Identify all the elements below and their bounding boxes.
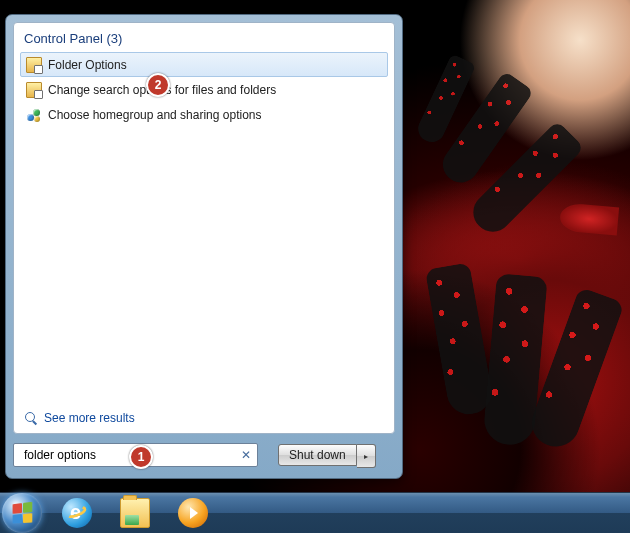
see-more-label: See more results [44,411,135,425]
annotation-badge-1: 1 [129,445,153,469]
result-homegroup-options[interactable]: Choose homegroup and sharing options [20,102,388,127]
clear-search-icon[interactable]: ✕ [239,448,253,462]
annotation-badge-2: 2 [146,73,170,97]
start-menu: Control Panel (3) Folder Options Change … [5,14,403,479]
results-group-header: Control Panel (3) [14,23,394,48]
folder-options-icon [26,57,42,73]
see-more-results-link[interactable]: See more results [14,405,394,433]
result-item-label: Choose homegroup and sharing options [48,108,261,122]
search-icon [24,411,38,425]
taskbar [0,492,630,533]
result-item-label: Folder Options [48,58,127,72]
shutdown-button[interactable]: Shut down [278,444,357,466]
taskbar-item-media-player[interactable] [165,494,221,532]
start-button[interactable] [2,493,42,533]
start-menu-results-pane: Control Panel (3) Folder Options Change … [13,22,395,434]
result-change-search-options[interactable]: Change search options for files and fold… [20,77,388,102]
folder-options-icon [26,82,42,98]
internet-explorer-icon [62,498,92,528]
taskbar-item-explorer[interactable] [107,494,163,532]
file-explorer-icon [120,498,150,528]
windows-logo-icon [13,502,33,524]
homegroup-icon [26,107,42,123]
taskbar-item-ie[interactable] [49,494,105,532]
media-player-icon [178,498,208,528]
shutdown-options-arrow[interactable]: ▸ [357,444,376,468]
result-folder-options[interactable]: Folder Options [20,52,388,77]
